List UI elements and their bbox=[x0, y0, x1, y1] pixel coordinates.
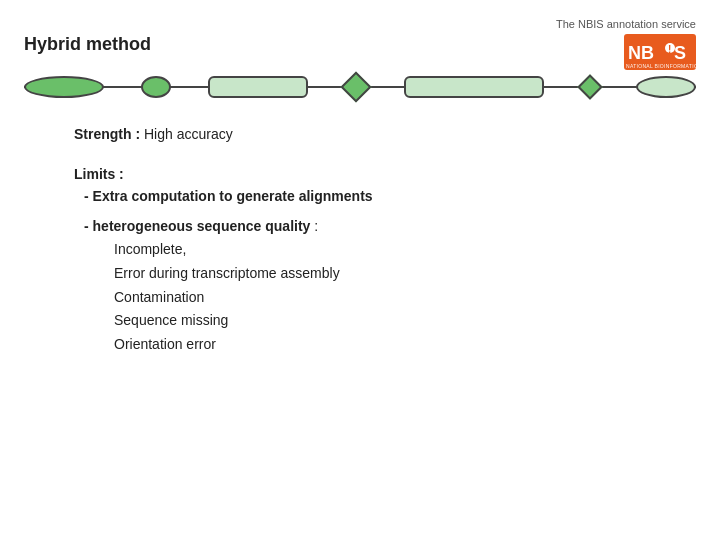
pipe-small-oval-1 bbox=[141, 76, 171, 98]
pipe-connector-2 bbox=[171, 86, 208, 88]
strength-value: High accuracy bbox=[144, 126, 233, 142]
limits-section: Limits : - Extra computation to generate… bbox=[74, 166, 646, 357]
pipe-oval-1 bbox=[24, 76, 104, 98]
service-label: The NBIS annotation service bbox=[556, 18, 696, 30]
nbis-logo: NB ! S NATIONAL BIOINFORMATICS bbox=[624, 34, 696, 70]
pipe-connector-6 bbox=[599, 86, 636, 88]
pipeline-row bbox=[24, 76, 696, 98]
slide-title: Hybrid method bbox=[24, 34, 151, 55]
limits-item-2-bold: - heterogeneous sequence quality bbox=[84, 218, 310, 234]
strength-line: Strength : High accuracy bbox=[74, 126, 646, 142]
limits-item-1-text: - Extra computation to generate alignmen… bbox=[84, 188, 373, 204]
pipe-connector-1 bbox=[104, 86, 141, 88]
svg-text:NB: NB bbox=[628, 43, 654, 63]
pipe-small-diamond-1 bbox=[577, 74, 602, 99]
pipe-diamond-1 bbox=[340, 71, 371, 102]
subitem-2: Error during transcriptome assembly bbox=[114, 262, 646, 286]
limits-title: Limits : bbox=[74, 166, 646, 182]
header: Hybrid method The NBIS annotation servic… bbox=[24, 18, 696, 70]
pipe-long-rect-1 bbox=[404, 76, 544, 98]
subitem-3: Contamination bbox=[114, 286, 646, 310]
pipe-rect-1 bbox=[208, 76, 308, 98]
subitem-4: Sequence missing bbox=[114, 309, 646, 333]
sub-list: Incomplete, Error during transcriptome a… bbox=[114, 238, 646, 357]
svg-text:S: S bbox=[674, 43, 686, 63]
svg-text:!: ! bbox=[668, 44, 671, 55]
subitem-1: Incomplete, bbox=[114, 238, 646, 262]
pipe-connector-4 bbox=[367, 86, 404, 88]
pipeline-shapes bbox=[24, 76, 696, 98]
pipe-connector-5 bbox=[544, 86, 581, 88]
strength-label: Strength : bbox=[74, 126, 140, 142]
svg-text:NATIONAL BIOINFORMATICS: NATIONAL BIOINFORMATICS bbox=[626, 63, 696, 69]
limits-item-2-rest: : bbox=[314, 218, 318, 234]
slide: Hybrid method The NBIS annotation servic… bbox=[0, 0, 720, 540]
subitem-5: Orientation error bbox=[114, 333, 646, 357]
limits-item-2: - heterogeneous sequence quality : Incom… bbox=[84, 218, 646, 357]
logo-container: The NBIS annotation service NB ! S NATIO… bbox=[556, 18, 696, 70]
limits-item-1: - Extra computation to generate alignmen… bbox=[84, 188, 646, 204]
main-content: Strength : High accuracy Limits : - Extr… bbox=[24, 126, 696, 357]
pipe-end-oval bbox=[636, 76, 696, 98]
